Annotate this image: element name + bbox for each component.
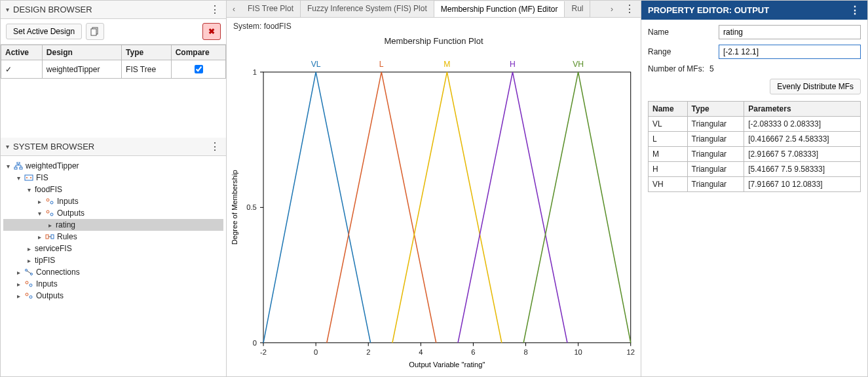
tab[interactable]: Membership Function (MF) Editor xyxy=(434,1,565,17)
svg-rect-3 xyxy=(14,167,17,169)
svg-text:-2: -2 xyxy=(260,348,267,356)
tab[interactable]: Rul xyxy=(565,1,590,17)
svg-text:Output Variable "rating": Output Variable "rating" xyxy=(409,361,485,368)
tree-rules[interactable]: ▸ Rules xyxy=(3,231,223,243)
mf-table: Name Type Parameters VLTriangular[-2.083… xyxy=(648,101,861,192)
delete-design-icon[interactable]: ✖ xyxy=(202,23,221,40)
tree-outputs2[interactable]: ▸ Outputs xyxy=(3,290,223,302)
name-label: Name xyxy=(648,28,713,37)
rules-icon xyxy=(45,233,54,241)
tree-tipfis[interactable]: ▸ tipFIS xyxy=(3,254,223,266)
system-label: System: foodFIS xyxy=(227,18,641,35)
svg-rect-16 xyxy=(46,235,48,239)
col-type: Type xyxy=(122,45,172,60)
set-active-design-button[interactable]: Set Active Design xyxy=(6,24,82,39)
right-panel: PROPERTY EDITOR: OUTPUT ⋮ Name Range Num… xyxy=(641,1,867,376)
plot-title: Membership Function Plot xyxy=(227,35,641,49)
tree-outputs[interactable]: ▾ Outputs xyxy=(3,207,223,219)
io-icon xyxy=(45,209,54,217)
fis-icon xyxy=(24,174,33,182)
col-compare: Compare xyxy=(171,45,225,60)
svg-point-24 xyxy=(26,293,28,296)
tabs-bar: ‹ FIS Tree PlotFuzzy Inference System (F… xyxy=(227,1,641,18)
svg-rect-17 xyxy=(51,235,54,239)
col-active: Active xyxy=(1,45,43,60)
system-browser-title: SYSTEM BROWSER xyxy=(13,142,94,151)
design-table: Active Design Type Compare ✓weightedTipp… xyxy=(1,45,226,79)
kebab-icon[interactable]: ⋮ xyxy=(210,140,221,153)
svg-text:VH: VH xyxy=(573,60,584,69)
table-row[interactable]: ✓weightedTipperFIS Tree xyxy=(1,60,226,79)
svg-point-12 xyxy=(47,199,49,201)
app-root: ▾ DESIGN BROWSER ⋮ Set Active Design ✖ A… xyxy=(0,0,868,377)
svg-text:6: 6 xyxy=(471,348,475,356)
svg-text:Degree of Membership: Degree of Membership xyxy=(231,170,238,245)
tree-servicefis[interactable]: ▸ serviceFIS xyxy=(3,243,223,254)
svg-text:M: M xyxy=(443,60,450,69)
table-row[interactable]: LTriangular[0.416667 2.5 4.58333] xyxy=(649,132,861,147)
svg-point-15 xyxy=(50,213,53,216)
tree-foodfis[interactable]: ▾ foodFIS xyxy=(3,184,223,195)
kebab-icon[interactable]: ⋮ xyxy=(850,4,861,16)
svg-rect-2 xyxy=(17,162,20,164)
svg-text:0: 0 xyxy=(253,339,257,347)
compare-checkbox[interactable] xyxy=(195,65,203,73)
range-input[interactable] xyxy=(719,45,861,59)
tab-scroll-left-icon[interactable]: ‹ xyxy=(227,5,241,14)
svg-text:H: H xyxy=(510,60,516,69)
svg-point-14 xyxy=(47,210,49,213)
table-row[interactable]: HTriangular[5.41667 7.5 9.58333] xyxy=(649,162,861,177)
system-browser-header: ▾ SYSTEM BROWSER ⋮ xyxy=(1,138,226,156)
collapse-icon[interactable]: ▾ xyxy=(6,143,9,150)
svg-text:VL: VL xyxy=(311,60,321,69)
svg-text:L: L xyxy=(379,60,384,69)
design-toolbar: Set Active Design ✖ xyxy=(1,19,226,45)
nmf-label: Number of MFs: xyxy=(648,64,704,73)
kebab-icon[interactable]: ⋮ xyxy=(210,3,221,16)
svg-line-21 xyxy=(27,271,31,273)
kebab-icon[interactable]: ⋮ xyxy=(619,3,641,15)
tree-icon xyxy=(14,162,23,170)
design-browser-title: DESIGN BROWSER xyxy=(13,5,92,14)
left-panel: ▾ DESIGN BROWSER ⋮ Set Active Design ✖ A… xyxy=(1,1,227,376)
tree-rating[interactable]: ▸ rating xyxy=(3,219,223,231)
property-body: Name Range Number of MFs: 5 Evenly Distr… xyxy=(641,20,867,197)
svg-rect-1 xyxy=(91,29,96,35)
tree-inputs2[interactable]: ▸ Inputs xyxy=(3,278,223,290)
tree-connections[interactable]: ▸ Connections xyxy=(3,266,223,278)
svg-point-10 xyxy=(26,177,28,178)
name-input[interactable] xyxy=(719,25,861,39)
tree-fis[interactable]: ▾ FIS xyxy=(3,172,223,184)
range-label: Range xyxy=(648,47,713,56)
tree-root[interactable]: ▾ weightedTipper xyxy=(3,160,223,172)
connections-icon xyxy=(24,268,33,276)
svg-point-13 xyxy=(50,201,53,204)
tree-inputs[interactable]: ▸ Inputs xyxy=(3,195,223,207)
tab[interactable]: Fuzzy Inference System (FIS) Plot xyxy=(301,1,434,17)
design-browser-header: ▾ DESIGN BROWSER ⋮ xyxy=(1,1,226,19)
table-row[interactable]: VLTriangular[-2.08333 0 2.08333] xyxy=(649,117,861,132)
io-icon xyxy=(45,197,54,205)
mf-plot: -202468101200.51Output Variable "rating"… xyxy=(227,49,641,376)
table-row[interactable]: MTriangular[2.91667 5 7.08333] xyxy=(649,147,861,162)
copy-icon[interactable] xyxy=(86,23,104,40)
svg-rect-9 xyxy=(25,175,33,180)
tab-scroll-right-icon[interactable]: › xyxy=(605,5,619,14)
svg-point-11 xyxy=(30,177,31,178)
svg-text:12: 12 xyxy=(626,348,634,356)
col-design: Design xyxy=(42,45,121,60)
plot-area: -202468101200.51Output Variable "rating"… xyxy=(227,49,641,376)
svg-text:0.5: 0.5 xyxy=(246,203,257,211)
svg-text:1: 1 xyxy=(253,68,257,76)
io-icon xyxy=(24,292,33,300)
svg-text:8: 8 xyxy=(523,348,527,356)
io-icon xyxy=(24,280,33,288)
mf-col-params: Parameters xyxy=(744,102,861,117)
table-row[interactable]: VHTriangular[7.91667 10 12.0833] xyxy=(649,177,861,192)
svg-text:2: 2 xyxy=(366,348,370,356)
mf-col-name: Name xyxy=(649,102,688,117)
collapse-icon[interactable]: ▾ xyxy=(6,6,9,13)
tab[interactable]: FIS Tree Plot xyxy=(241,1,301,17)
property-editor-header: PROPERTY EDITOR: OUTPUT ⋮ xyxy=(641,1,867,20)
evenly-distribute-button[interactable]: Evenly Distribute MFs xyxy=(770,79,861,94)
